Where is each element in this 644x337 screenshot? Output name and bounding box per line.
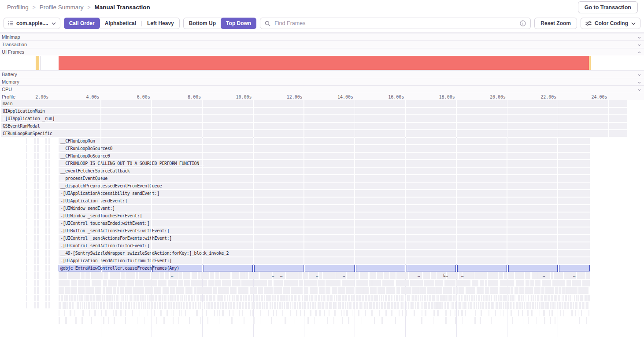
- flame-frame[interactable]: [272, 302, 273, 309]
- flame-frame[interactable]: [447, 302, 450, 309]
- flame-frame[interactable]: [338, 295, 341, 301]
- flame-frame[interactable]: [299, 272, 302, 279]
- flame-frame[interactable]: [502, 317, 502, 324]
- flame-frame[interactable]: [254, 295, 255, 301]
- flame-frame[interactable]: [294, 302, 296, 309]
- search-input[interactable]: [274, 20, 517, 27]
- flame-frame[interactable]: [443, 295, 444, 301]
- flame-frame[interactable]: [450, 295, 452, 301]
- flame-frame[interactable]: [215, 280, 221, 286]
- flame-frame[interactable]: [151, 272, 159, 279]
- flame-frame[interactable]: [110, 272, 120, 279]
- flame-frame[interactable]: [215, 272, 219, 279]
- flame-frame[interactable]: [431, 310, 431, 316]
- flame-frame[interactable]: UIApplicationMain: [1, 108, 627, 114]
- flame-frame[interactable]: [543, 310, 545, 316]
- flame-frame[interactable]: [495, 310, 496, 316]
- flame-frame[interactable]: [415, 302, 416, 309]
- flame-frame[interactable]: [85, 287, 93, 294]
- flame-frame[interactable]: [304, 287, 309, 294]
- flame-frame[interactable]: [362, 295, 364, 301]
- flame-frame[interactable]: [462, 302, 463, 309]
- flame-frame[interactable]: [568, 295, 569, 301]
- flame-frame[interactable]: -[UIApplication sendEvent:]: [59, 198, 590, 204]
- flame-frame[interactable]: [128, 302, 130, 309]
- flame-frame[interactable]: [125, 302, 127, 309]
- flame-frame[interactable]: [505, 295, 507, 301]
- flame-frame[interactable]: [165, 272, 169, 279]
- flame-frame[interactable]: [268, 310, 269, 316]
- flame-frame[interactable]: [424, 302, 427, 309]
- flame-frame[interactable]: [197, 295, 199, 301]
- flame-frame[interactable]: [188, 295, 190, 301]
- flame-frame[interactable]: [301, 295, 302, 301]
- flame-frame[interactable]: [395, 317, 396, 324]
- flame-frame[interactable]: [69, 302, 71, 309]
- flame-frame[interactable]: [304, 295, 306, 301]
- flame-frame[interactable]: [558, 295, 561, 301]
- flame-frame[interactable]: [285, 295, 288, 301]
- flame-frame[interactable]: [480, 317, 481, 324]
- flame-frame[interactable]: [252, 310, 253, 316]
- flame-frame[interactable]: [174, 295, 176, 301]
- flame-frame[interactable]: main: [1, 100, 627, 107]
- flame-frame[interactable]: [374, 295, 374, 301]
- flame-frame[interactable]: [425, 310, 426, 316]
- flame-frame[interactable]: [349, 302, 352, 309]
- flame-frame[interactable]: [326, 280, 341, 286]
- flame-frame[interactable]: [67, 302, 68, 309]
- flame-frame[interactable]: [189, 302, 191, 309]
- flame-frame[interactable]: [483, 295, 485, 301]
- flame-frame[interactable]: [408, 302, 409, 309]
- flame-frame[interactable]: [74, 310, 75, 316]
- flame-frame[interactable]: [491, 295, 492, 301]
- flame-frame[interactable]: [400, 302, 401, 309]
- flame-frame[interactable]: [514, 295, 515, 301]
- flame-frame[interactable]: -[UIControl touchesEnded:withEvent:]: [59, 220, 590, 227]
- flame-frame[interactable]: [217, 302, 219, 309]
- flame-frame[interactable]: [106, 295, 108, 301]
- flame-frame[interactable]: [572, 280, 581, 286]
- flame-frame[interactable]: [378, 287, 385, 294]
- flame-frame[interactable]: [369, 302, 372, 309]
- flame-frame[interactable]: [428, 302, 430, 309]
- flame-frame[interactable]: [455, 295, 457, 301]
- flame-frame[interactable]: [318, 295, 320, 301]
- flame-frame[interactable]: __CFRunLoopDoSource0: [59, 153, 590, 159]
- flame-frame[interactable]: [559, 287, 561, 294]
- flame-frame[interactable]: [186, 295, 187, 301]
- flame-frame[interactable]: [379, 302, 380, 309]
- flame-frame[interactable]: [408, 295, 410, 301]
- flame-frame[interactable]: [327, 317, 328, 324]
- flame-frame[interactable]: [203, 295, 205, 301]
- flame-frame[interactable]: [549, 310, 550, 316]
- flame-frame[interactable]: [94, 310, 96, 316]
- direction-bottom-up-button[interactable]: Bottom Up: [184, 18, 221, 29]
- flame-frame[interactable]: [530, 280, 534, 286]
- flame-frame[interactable]: [588, 295, 590, 301]
- flame-frame[interactable]: [436, 302, 437, 309]
- flamechart-canvas[interactable]: mainUIApplicationMain-[UIApplication _ru…: [0, 100, 644, 337]
- flame-frame[interactable]: [373, 302, 375, 309]
- flame-frame[interactable]: [504, 272, 507, 279]
- section-transaction[interactable]: Transaction: [0, 40, 644, 48]
- flame-frame[interactable]: [422, 295, 423, 301]
- flame-frame[interactable]: [360, 272, 368, 279]
- flame-frame[interactable]: [401, 287, 411, 294]
- flame-frame[interactable]: [297, 302, 298, 309]
- flame-frame[interactable]: [573, 295, 574, 301]
- flame-frame[interactable]: [513, 302, 514, 309]
- flame-frame[interactable]: [192, 302, 194, 309]
- flame-frame[interactable]: [259, 302, 261, 309]
- flame-frame[interactable]: [232, 295, 233, 301]
- flame-frame[interactable]: [542, 280, 551, 286]
- flame-frame[interactable]: [164, 295, 166, 301]
- flame-frame[interactable]: [384, 302, 386, 309]
- flame-frame[interactable]: [488, 272, 497, 279]
- flame-frame[interactable]: [575, 310, 576, 316]
- flame-frame[interactable]: [431, 302, 433, 309]
- flame-frame[interactable]: [559, 302, 561, 309]
- flame-frame[interactable]: [154, 310, 155, 316]
- flame-frame[interactable]: [418, 295, 419, 301]
- flame-frame[interactable]: [302, 302, 303, 309]
